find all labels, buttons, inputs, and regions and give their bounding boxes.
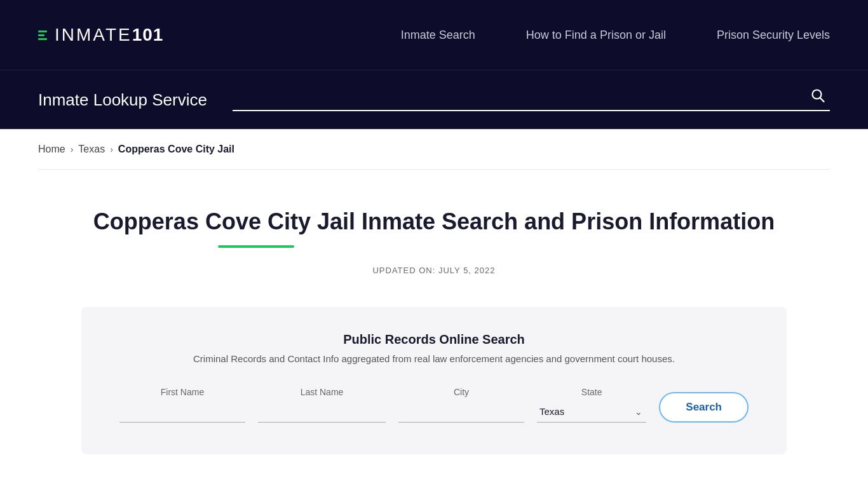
breadcrumb: Home › Texas › Copperas Cove City Jail (0, 130, 868, 169)
search-input-wrapper (233, 88, 830, 111)
breadcrumb-home[interactable]: Home (38, 144, 65, 155)
search-section: Inmate Lookup Service (0, 70, 868, 129)
main-content: Copperas Cove City Jail Inmate Search an… (0, 170, 868, 480)
search-section-label: Inmate Lookup Service (38, 90, 207, 110)
page-title: Copperas Cove City Jail Inmate Search an… (38, 208, 830, 235)
public-records-title: Public Records Online Search (119, 332, 749, 347)
state-select-wrapper: AlabamaAlaskaArizonaArkansasCaliforniaCo… (537, 401, 646, 423)
last-name-input[interactable] (258, 401, 386, 423)
first-name-input[interactable] (119, 401, 245, 423)
state-field: State AlabamaAlaskaArizonaArkansasCalifo… (537, 387, 646, 423)
search-button[interactable]: Search (659, 392, 749, 423)
last-name-label: Last Name (258, 387, 386, 397)
state-label: State (537, 387, 646, 397)
last-name-field: Last Name (258, 387, 386, 423)
updated-label: UPDATED ON: JULY 5, 2022 (38, 266, 830, 275)
first-name-label: First Name (119, 387, 245, 397)
logo-icon (38, 30, 47, 40)
nav-how-to-find[interactable]: How to Find a Prison or Jail (526, 29, 666, 42)
first-name-field: First Name (119, 387, 245, 423)
nav-inmate-search[interactable]: Inmate Search (401, 29, 475, 42)
search-input[interactable] (233, 91, 806, 104)
logo[interactable]: INMATE101 (38, 25, 163, 45)
title-underline-decoration (218, 245, 294, 248)
public-records-form: First Name Last Name City State AlabamaA… (119, 387, 749, 423)
city-label: City (398, 387, 524, 397)
breadcrumb-sep-1: › (71, 144, 74, 154)
logo-text: INMATE101 (55, 25, 163, 45)
city-input[interactable] (398, 401, 524, 423)
public-records-box: Public Records Online Search Criminal Re… (81, 307, 787, 454)
public-records-description: Criminal Records and Contact Info aggreg… (119, 353, 749, 364)
breadcrumb-current: Copperas Cove City Jail (118, 144, 234, 155)
breadcrumb-sep-2: › (110, 144, 113, 154)
search-submit-button[interactable] (806, 88, 830, 106)
breadcrumb-state[interactable]: Texas (78, 144, 105, 155)
state-select[interactable]: AlabamaAlaskaArizonaArkansasCaliforniaCo… (537, 401, 646, 423)
site-header: INMATE101 Inmate Search How to Find a Pr… (0, 0, 868, 70)
main-nav: Inmate Search How to Find a Prison or Ja… (401, 29, 830, 42)
city-field: City (398, 387, 524, 423)
svg-line-1 (820, 98, 824, 102)
nav-security-levels[interactable]: Prison Security Levels (717, 29, 830, 42)
search-icon (811, 88, 825, 102)
